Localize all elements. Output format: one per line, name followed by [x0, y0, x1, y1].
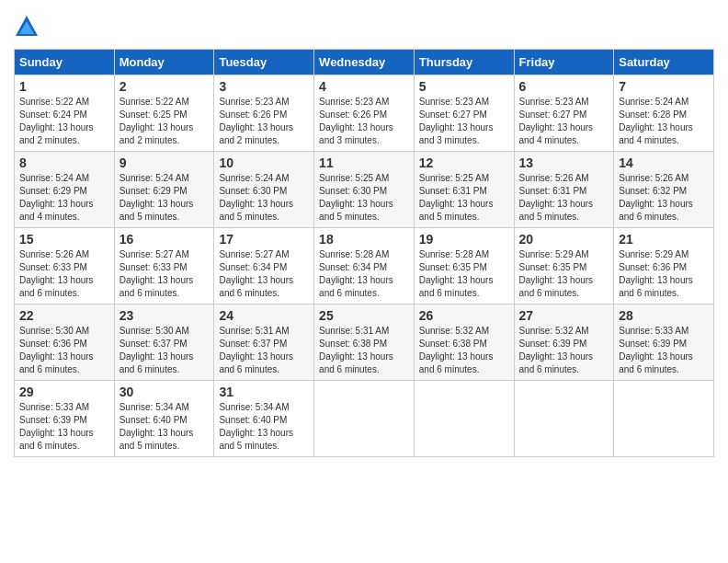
daylight-text: Daylight: 13 hours: [219, 275, 293, 285]
calendar-cell: 16Sunrise: 5:27 AMSunset: 6:33 PMDayligh…: [114, 228, 214, 304]
calendar-cell: 28Sunrise: 5:33 AMSunset: 6:39 PMDayligh…: [614, 304, 714, 381]
day-info: Sunrise: 5:33 AMSunset: 6:39 PMDaylight:…: [19, 401, 109, 453]
calendar-cell: 10Sunrise: 5:24 AMSunset: 6:30 PMDayligh…: [214, 152, 314, 228]
sunrise-text: Sunrise: 5:23 AM: [519, 97, 589, 107]
calendar-table: SundayMondayTuesdayWednesdayThursdayFrid…: [14, 49, 714, 457]
day-info: Sunrise: 5:31 AMSunset: 6:37 PMDaylight:…: [219, 325, 309, 376]
sunrise-text: Sunrise: 5:30 AM: [119, 326, 189, 336]
sunrise-text: Sunrise: 5:24 AM: [619, 97, 688, 107]
weekday-header-thursday: Thursday: [414, 50, 514, 75]
day-info: Sunrise: 5:34 AMSunset: 6:40 PMDaylight:…: [119, 401, 210, 453]
sunrise-text: Sunrise: 5:23 AM: [319, 97, 389, 107]
daylight-text: Daylight: 13 hours: [419, 351, 494, 362]
day-info: Sunrise: 5:23 AMSunset: 6:27 PMDaylight:…: [519, 96, 609, 147]
day-number: 28: [619, 308, 709, 323]
sunset-text: Sunset: 6:31 PM: [519, 186, 587, 196]
calendar-cell: 13Sunrise: 5:26 AMSunset: 6:31 PMDayligh…: [514, 152, 614, 228]
sunset-text: Sunset: 6:34 PM: [319, 262, 387, 272]
day-number: 30: [119, 385, 210, 399]
sunrise-text: Sunrise: 5:29 AM: [519, 249, 589, 259]
day-info: Sunrise: 5:23 AMSunset: 6:27 PMDaylight:…: [419, 96, 509, 147]
day-number: 4: [319, 79, 409, 94]
sunset-text: Sunset: 6:24 PM: [19, 109, 87, 120]
sunset-text: Sunset: 6:40 PM: [119, 415, 188, 425]
sunrise-text: Sunrise: 5:24 AM: [19, 173, 89, 183]
day-number: 10: [219, 155, 309, 170]
daylight-and-text: and 6 minutes.: [219, 364, 279, 374]
daylight-text: Daylight: 13 hours: [319, 275, 393, 285]
daylight-text: Daylight: 13 hours: [219, 428, 293, 438]
daylight-and-text: and 5 minutes.: [119, 212, 180, 222]
sunrise-text: Sunrise: 5:24 AM: [119, 173, 189, 183]
day-number: 18: [319, 232, 409, 247]
daylight-and-text: and 6 minutes.: [119, 288, 180, 298]
calendar-cell: 26Sunrise: 5:32 AMSunset: 6:38 PMDayligh…: [414, 304, 514, 381]
logo: [14, 14, 43, 40]
daylight-and-text: and 6 minutes.: [419, 288, 480, 298]
calendar-cell: 7Sunrise: 5:24 AMSunset: 6:28 PMDaylight…: [614, 75, 714, 152]
calendar-week-1: 8Sunrise: 5:24 AMSunset: 6:29 PMDaylight…: [15, 152, 714, 228]
daylight-and-text: and 6 minutes.: [119, 364, 180, 374]
sunrise-text: Sunrise: 5:26 AM: [19, 249, 89, 259]
daylight-and-text: and 5 minutes.: [519, 212, 580, 222]
calendar-cell: [614, 381, 714, 457]
day-number: 23: [119, 308, 210, 323]
sunset-text: Sunset: 6:28 PM: [619, 109, 687, 120]
sunset-text: Sunset: 6:30 PM: [319, 186, 387, 196]
sunset-text: Sunset: 6:32 PM: [619, 186, 687, 196]
day-info: Sunrise: 5:30 AMSunset: 6:37 PMDaylight:…: [119, 325, 210, 376]
calendar-week-0: 1Sunrise: 5:22 AMSunset: 6:24 PMDaylight…: [15, 75, 714, 152]
day-number: 11: [319, 155, 409, 170]
sunset-text: Sunset: 6:37 PM: [119, 339, 188, 349]
day-info: Sunrise: 5:26 AMSunset: 6:31 PMDaylight:…: [519, 172, 609, 224]
sunset-text: Sunset: 6:26 PM: [219, 109, 287, 120]
day-number: 19: [419, 232, 509, 247]
daylight-text: Daylight: 13 hours: [319, 351, 393, 362]
sunset-text: Sunset: 6:39 PM: [619, 339, 687, 349]
calendar-cell: 4Sunrise: 5:23 AMSunset: 6:26 PMDaylight…: [314, 75, 415, 152]
sunrise-text: Sunrise: 5:23 AM: [419, 97, 489, 107]
day-info: Sunrise: 5:32 AMSunset: 6:38 PMDaylight:…: [419, 325, 509, 376]
daylight-and-text: and 6 minutes.: [619, 288, 679, 298]
daylight-text: Daylight: 13 hours: [219, 351, 293, 362]
day-number: 9: [119, 155, 210, 170]
day-number: 24: [219, 308, 309, 323]
daylight-and-text: and 3 minutes.: [419, 135, 480, 145]
day-info: Sunrise: 5:23 AMSunset: 6:26 PMDaylight:…: [219, 96, 309, 147]
sunset-text: Sunset: 6:30 PM: [219, 186, 287, 196]
day-number: 26: [419, 308, 509, 323]
day-info: Sunrise: 5:28 AMSunset: 6:35 PMDaylight:…: [419, 248, 509, 300]
day-info: Sunrise: 5:29 AMSunset: 6:35 PMDaylight:…: [519, 248, 609, 300]
sunrise-text: Sunrise: 5:26 AM: [619, 173, 688, 183]
daylight-text: Daylight: 13 hours: [119, 199, 194, 209]
daylight-text: Daylight: 13 hours: [119, 351, 194, 362]
day-info: Sunrise: 5:31 AMSunset: 6:38 PMDaylight:…: [319, 325, 409, 376]
day-number: 7: [619, 79, 709, 94]
day-number: 27: [519, 308, 609, 323]
day-info: Sunrise: 5:33 AMSunset: 6:39 PMDaylight:…: [619, 325, 709, 376]
calendar-cell: 25Sunrise: 5:31 AMSunset: 6:38 PMDayligh…: [314, 304, 415, 381]
daylight-and-text: and 6 minutes.: [19, 441, 80, 451]
daylight-and-text: and 6 minutes.: [19, 288, 80, 298]
daylight-and-text: and 4 minutes.: [19, 212, 80, 222]
day-info: Sunrise: 5:32 AMSunset: 6:39 PMDaylight:…: [519, 325, 609, 376]
day-number: 2: [119, 79, 210, 94]
day-info: Sunrise: 5:30 AMSunset: 6:36 PMDaylight:…: [19, 325, 109, 376]
day-info: Sunrise: 5:23 AMSunset: 6:26 PMDaylight:…: [319, 96, 409, 147]
sunset-text: Sunset: 6:36 PM: [19, 339, 87, 349]
day-info: Sunrise: 5:22 AMSunset: 6:25 PMDaylight:…: [119, 96, 210, 147]
calendar-cell: 29Sunrise: 5:33 AMSunset: 6:39 PMDayligh…: [15, 381, 115, 457]
calendar-cell: 31Sunrise: 5:34 AMSunset: 6:40 PMDayligh…: [214, 381, 314, 457]
daylight-and-text: and 5 minutes.: [419, 212, 480, 222]
day-info: Sunrise: 5:25 AMSunset: 6:30 PMDaylight:…: [319, 172, 409, 224]
calendar-cell: 1Sunrise: 5:22 AMSunset: 6:24 PMDaylight…: [15, 75, 115, 152]
sunrise-text: Sunrise: 5:28 AM: [319, 249, 389, 259]
calendar-cell: 22Sunrise: 5:30 AMSunset: 6:36 PMDayligh…: [15, 304, 115, 381]
daylight-and-text: and 6 minutes.: [619, 212, 679, 222]
daylight-text: Daylight: 13 hours: [419, 199, 494, 209]
daylight-text: Daylight: 13 hours: [19, 275, 94, 285]
daylight-and-text: and 5 minutes.: [319, 212, 380, 222]
sunset-text: Sunset: 6:26 PM: [319, 109, 387, 120]
day-number: 14: [619, 155, 709, 170]
daylight-and-text: and 6 minutes.: [319, 364, 380, 374]
